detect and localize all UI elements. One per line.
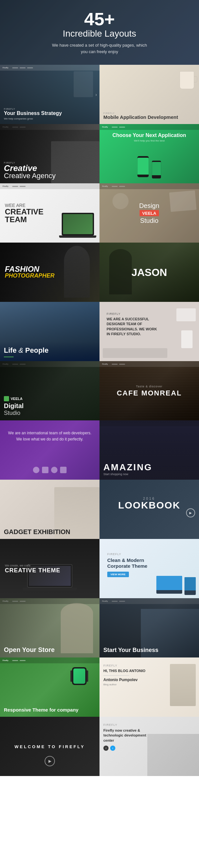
cell-business-strategy[interactable]: Firefly Firefly Your Business Strategy W… — [0, 65, 100, 124]
creative-team-text: WEE ARE CREATIVE TEAM — [0, 199, 48, 227]
cell-fashion[interactable]: FASHION PHOTOGRAPHER — [0, 243, 100, 302]
divider — [104, 675, 145, 676]
cell-creative-agency[interactable]: Firefly Firefly Creative Creative Agency — [0, 124, 100, 183]
grid-row-2: Firefly Firefly Creative Creative Agency… — [0, 124, 199, 183]
header-title: 45+ — [84, 10, 115, 28]
header-subtitle: Incredible Layouts — [63, 28, 136, 39]
agency-title: Creative Agency — [4, 172, 55, 180]
play-icon: ▶ — [189, 511, 192, 515]
veela-badge: VEELA — [140, 210, 159, 216]
design-studio-text: Design VEELA Studio — [100, 198, 199, 228]
corporate-title: Clean & Modern Corporate Theme — [107, 557, 159, 569]
cell-open-store[interactable]: Firefly Open Your Store — [0, 598, 100, 657]
firefly-new-title: Firefly now creative & technologic devel… — [104, 728, 155, 743]
responsive-theme-text: Responsive Theme for company — [0, 703, 82, 717]
nav-logo-3: Firefly — [102, 126, 108, 128]
cell-firefly-new[interactable]: Firefly Firefly now creative & technolog… — [100, 717, 199, 776]
choose-app-subtitle: We'll help you find the best — [100, 139, 199, 142]
creative-title: Creative — [4, 164, 55, 172]
mobile-app-text: Firefly Mobile Application Development — [100, 108, 182, 124]
cell-responsive-theme[interactable]: Firefly Responsive Theme for company — [0, 657, 100, 717]
cell-blog-antonio[interactable]: Firefly HI, THIS BLOG ANTONIO Antonio Pu… — [100, 657, 199, 717]
veela-logo-icon — [4, 396, 9, 401]
green-line — [4, 356, 13, 357]
blog-content: Firefly HI, THIS BLOG ANTONIO Antonio Pu… — [104, 664, 145, 686]
cell-lookbook[interactable]: Firefly 2016 LOOKBOOK ▶ — [100, 480, 199, 539]
view-more-btn[interactable]: VIEW MORE — [107, 572, 129, 577]
blog-name: Antonio Pumpolev — [104, 678, 145, 682]
nav-bar-3: Firefly — [100, 124, 199, 130]
social-icon[interactable]: f — [104, 746, 109, 751]
creative-theme-title: CREATIVE THEME — [5, 567, 61, 574]
jason-title: JASON — [104, 266, 195, 278]
grid-row-6: Firefly VEELA Digital Studio Firefly — [0, 361, 199, 421]
play-icon: ▶ — [48, 759, 51, 764]
nav-logo-4: Firefly — [3, 185, 8, 187]
business-strategy-desc: We help companies grow — [4, 117, 62, 120]
grid-row-9: We create, we code CREATIVE THEME Firefl… — [0, 539, 199, 598]
blog-title: HI, THIS BLOG ANTONIO — [104, 669, 145, 673]
gadget-title: GADGET EXHIBITION — [4, 529, 71, 535]
header-description: We have created a set of high-quality pa… — [52, 42, 147, 55]
nav-items-4 — [12, 186, 26, 187]
firefly-studio-text: Firefly WE ARE A SUCCESSFUL DESIGNER TEA… — [103, 308, 162, 341]
open-store-title: Open Your Store — [4, 646, 54, 654]
play-circle[interactable]: ▶ — [45, 756, 55, 766]
cell-creative-theme[interactable]: We create, we code CREATIVE THEME — [0, 539, 100, 598]
fashion-text: FASHION PHOTOGRAPHER — [0, 261, 59, 283]
cell-corporate[interactable]: Firefly Clean & Modern Corporate Theme V… — [100, 539, 199, 598]
play-button[interactable]: ▶ — [186, 508, 195, 517]
grid-row-12: ▶ WELCOME TO FIREFLY Firefly Firefly now… — [0, 717, 199, 776]
cell-cafe-monreal[interactable]: Firefly Taste & discover CAFE MONREAL — [100, 361, 199, 421]
amazing-sub: Start shopping now — [104, 472, 153, 476]
cell-gadget[interactable]: GADGET EXHIBITION — [0, 480, 100, 539]
nav-item — [112, 127, 118, 128]
creative-agency-text: Firefly Creative Creative Agency — [0, 158, 59, 183]
cell-firefly-studio[interactable]: Firefly WE ARE A SUCCESSFUL DESIGNER TEA… — [100, 302, 199, 361]
cell-amazing[interactable]: Firefly AMAZING Start shopping now — [100, 421, 199, 480]
choose-app-content: Choose Your Next Application We'll help … — [100, 132, 199, 142]
cell-welcome-firefly[interactable]: ▶ WELCOME TO FIREFLY — [0, 717, 100, 776]
start-business-title: Start Your Business — [104, 647, 158, 654]
brand-logos — [33, 467, 67, 473]
cell-mobile-app[interactable]: Firefly Mobile Application Development — [100, 65, 199, 124]
grid-row-10: Firefly Open Your Store Firefly — [0, 598, 199, 657]
header-section: 45+ Incredible Layouts We have created a… — [0, 0, 199, 65]
choose-app-title: Choose Your Next Application — [100, 132, 199, 138]
cell-digital-studio[interactable]: Firefly VEELA Digital Studio — [0, 361, 100, 421]
lookbook-text: 2016 LOOKBOOK ▶ — [100, 493, 199, 526]
cell-start-business[interactable]: Firefly Start Your Business — [100, 598, 199, 657]
nav-item — [119, 127, 125, 128]
grid-row-7: Firefly We are an international team of … — [0, 421, 199, 480]
amazing-title: AMAZING — [104, 462, 153, 472]
nav-bar-13: Firefly — [0, 657, 100, 663]
cell-jason[interactable]: JASON — [100, 243, 199, 302]
life-people-text: Life & People — [0, 342, 52, 361]
smartwatch-mock — [72, 667, 87, 685]
creative-theme-text: We create, we code CREATIVE THEME — [0, 560, 65, 578]
business-strategy-text: Firefly Your Business Strategy We help c… — [0, 104, 66, 124]
welcome-text-container: WELCOME TO FIREFLY — [0, 744, 100, 749]
grid-row-8: GADGET EXHIBITION Firefly 2016 LOOKBOOK … — [0, 480, 199, 539]
grid-row-5: Life & People Firefly WE ARE A SUCCESSFU… — [0, 302, 199, 361]
studio-sub: Studio — [4, 410, 24, 416]
cell-choose-app[interactable]: Firefly Choose Your Next Application We'… — [100, 124, 199, 183]
business-strategy-title: Your Business Strategy — [4, 110, 62, 116]
firefly-new-content: Firefly Firefly now creative & technolog… — [104, 723, 155, 751]
open-store-text: Open Your Store — [0, 642, 58, 657]
jason-text: JASON — [100, 262, 199, 282]
cell-international[interactable]: Firefly We are an international team of … — [0, 421, 100, 480]
nav-item — [12, 660, 18, 661]
cell-creative-team[interactable]: Firefly WEE ARE CREATIVE TEAM — [0, 183, 100, 243]
gadget-text: GADGET EXHIBITION — [0, 525, 74, 539]
nav-logo-13: Firefly — [3, 659, 8, 661]
nav-item — [20, 660, 26, 661]
cell-life-people[interactable]: Life & People — [0, 302, 100, 361]
grid-row-3: Firefly WEE ARE CREATIVE TEAM — [0, 183, 199, 243]
social-icon-twitter[interactable]: t — [110, 746, 115, 751]
grid-row-1: Firefly Firefly Your Business Strategy W… — [0, 65, 199, 124]
nav-item — [12, 186, 18, 187]
cell-design-studio[interactable]: Firefly Design VEELA Studio — [100, 183, 199, 243]
nav-items-3 — [112, 127, 125, 128]
layouts-grid: Firefly Firefly Your Business Strategy W… — [0, 65, 199, 776]
